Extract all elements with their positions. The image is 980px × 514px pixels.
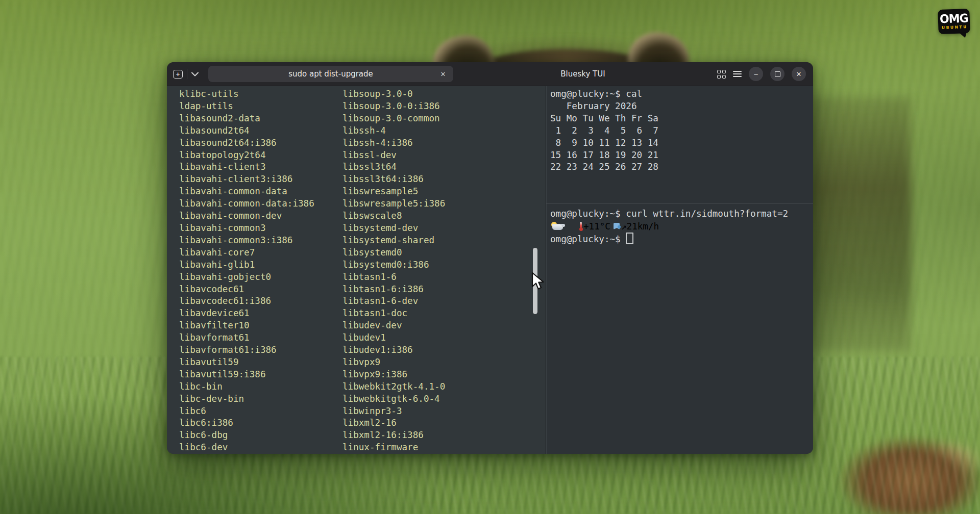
close-button[interactable]: ✕ (792, 67, 806, 81)
package-name: libavahi-glib1 (179, 259, 314, 271)
package-name: libc-dev-bin (179, 393, 314, 405)
command-text: cal (626, 89, 642, 99)
new-tab-icon: + (173, 70, 183, 79)
prompt-line-idle: omg@plucky:~$ (550, 233, 813, 246)
package-column-2: libsoup-3.0-0libsoup-3.0-0:i386libsoup-3… (342, 88, 445, 454)
package-name: libavahi-gobject0 (179, 271, 314, 284)
temperature-value: +11°C (583, 221, 610, 232)
package-name: libudev-dev (342, 320, 445, 332)
tab-close-button[interactable]: ✕ (438, 69, 448, 79)
package-name: libavahi-common-dev (179, 210, 314, 222)
package-name: libatopology2t64 (179, 149, 314, 162)
shell-prompt: omg@plucky:~$ (550, 209, 626, 219)
window-controls: – ✕ (717, 62, 806, 86)
package-name: libasound2t64 (179, 125, 314, 137)
wind-arrow: ↗ (621, 221, 627, 232)
package-name: libssl-dev (342, 149, 445, 162)
package-name: libvpx9:i386 (342, 369, 445, 381)
shell-pane[interactable]: omg@plucky:~$ cal February 2026Su Mo Tu … (546, 86, 813, 454)
tab-apt-dist-upgrade[interactable]: sudo apt dist-upgrade ✕ (208, 66, 453, 82)
package-name: libavfilter10 (179, 320, 314, 332)
package-name: libavutil59 (179, 356, 314, 369)
package-column-1: klibc-utilsldap-utilslibasound2-dataliba… (179, 88, 314, 454)
package-name: libtasn1-doc (342, 307, 445, 320)
package-name: libavcodec61:i386 (179, 295, 314, 307)
package-name: libvpx9 (342, 356, 445, 369)
package-name: libsoup-3.0-0 (342, 88, 445, 100)
package-name: libavformat61 (179, 332, 314, 344)
package-name: libssh-4:i386 (342, 137, 445, 149)
package-name: libudev1 (342, 332, 445, 344)
terminal-window: + sudo apt dist-upgrade ✕ Bluesky TUI (167, 62, 813, 454)
package-name: libavahi-client3 (179, 161, 314, 173)
calendar-line: 1 2 3 4 5 6 7 (550, 125, 813, 137)
logo-text-omg: OMG (940, 13, 968, 24)
prompt-line-curl: omg@plucky:~$ curl wttr.in/sidmouth?form… (550, 208, 813, 220)
package-name: libavahi-client3:i386 (179, 173, 314, 186)
blank-line (550, 173, 813, 186)
package-name: libavcodec61 (179, 284, 314, 296)
tab-overview-button[interactable] (717, 70, 726, 79)
maximize-button[interactable] (770, 67, 785, 81)
close-icon: ✕ (796, 71, 802, 78)
tab-bluesky-tui[interactable]: Bluesky TUI (459, 66, 707, 82)
package-name: libssl3t64 (342, 161, 445, 173)
package-name: libsystemd-shared (342, 235, 445, 247)
package-name: libssh-4 (342, 125, 445, 137)
command-text: curl wttr.in/sidmouth?format=2 (626, 209, 788, 219)
shell-prompt: omg@plucky:~$ (550, 89, 626, 99)
minimize-icon: – (754, 71, 757, 78)
package-name: libsystemd-dev (342, 222, 445, 235)
terminal-content: klibc-utilsldap-utilslibasound2-dataliba… (167, 86, 813, 454)
package-name: libsoup-3.0-0:i386 (342, 100, 445, 113)
hamburger-menu-icon (733, 71, 742, 77)
logo-bubble: OMG UBUNTU (938, 9, 970, 34)
header-separator (187, 69, 187, 79)
package-name: libsystemd0:i386 (342, 259, 445, 271)
calendar-line: 22 23 24 25 26 27 28 (550, 161, 813, 173)
package-name: libsystemd0 (342, 247, 445, 259)
package-name: libasound2-data (179, 113, 314, 125)
main-menu-button[interactable] (733, 71, 742, 77)
blank-line (550, 186, 813, 198)
new-tab-button[interactable]: + (173, 70, 183, 79)
omg-ubuntu-logo: OMG UBUNTU (938, 9, 970, 34)
tab-title: Bluesky TUI (560, 69, 605, 79)
package-name: libc6-dev (179, 442, 314, 454)
package-name: linux-firmware (342, 442, 445, 454)
package-name: klibc-utils (179, 88, 314, 100)
wind-icon (614, 222, 621, 230)
maximize-icon (775, 71, 780, 77)
thermometer-icon (579, 222, 582, 231)
package-name: libavahi-common3 (179, 222, 314, 235)
package-name: libxml2-16 (342, 417, 445, 429)
package-name: libavahi-common-data (179, 186, 314, 198)
package-name: libavdevice61 (179, 307, 314, 320)
terminal-cursor (626, 233, 633, 244)
wind-speed-value: 21km/h (627, 221, 659, 232)
package-name: libswresample5 (342, 186, 445, 198)
package-name: libavutil59:i386 (179, 369, 314, 381)
package-name: libc6-dbg (179, 429, 314, 442)
chevron-down-icon (191, 72, 199, 76)
calendar-line: 15 16 17 18 19 20 21 (550, 149, 813, 162)
window-titlebar[interactable]: + sudo apt dist-upgrade ✕ Bluesky TUI (167, 62, 813, 86)
tab-list-dropdown-button[interactable] (191, 72, 199, 76)
scrollbar-thumb[interactable] (533, 248, 537, 314)
tab-title: sudo apt dist-upgrade (288, 69, 373, 79)
squirrel-paw (827, 436, 980, 514)
calendar-line: 8 9 10 11 12 13 14 (550, 137, 813, 149)
apt-output-pane[interactable]: klibc-utilsldap-utilslibasound2-dataliba… (167, 86, 546, 454)
package-name: libc-bin (179, 381, 314, 393)
package-name: libc6:i386 (179, 417, 314, 429)
package-name: libswscale8 (342, 210, 445, 222)
package-name: libavahi-common-data:i386 (179, 198, 314, 210)
minimize-button[interactable]: – (749, 67, 763, 81)
sun-behind-cloud-icon (550, 222, 564, 231)
package-name: libc6 (179, 405, 314, 418)
package-name: libtasn1-6:i386 (342, 284, 445, 296)
package-name: libavahi-core7 (179, 247, 314, 259)
close-icon: ✕ (440, 70, 446, 78)
package-name: libavahi-common3:i386 (179, 235, 314, 247)
package-name: libwebkitgtk-6.0-4 (342, 393, 445, 405)
